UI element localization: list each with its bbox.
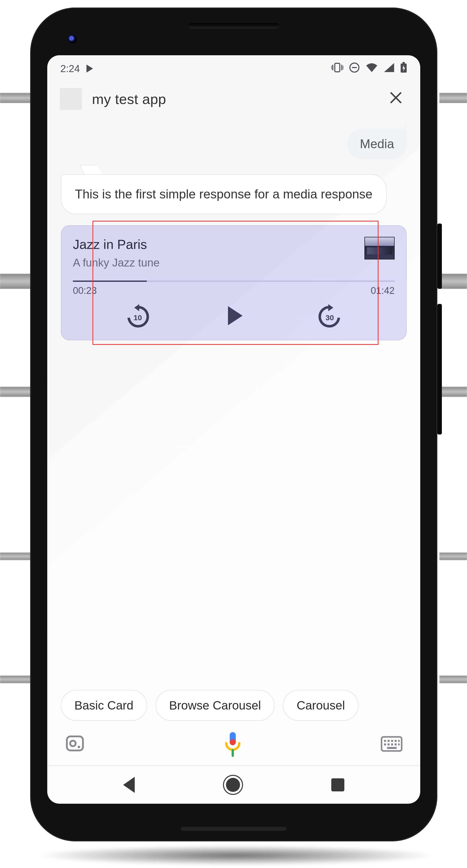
time-duration: 01:42 <box>371 285 395 296</box>
front-camera <box>68 35 77 44</box>
svg-rect-22 <box>391 740 393 742</box>
earpiece <box>188 23 279 29</box>
app-header: my test app <box>47 80 420 119</box>
user-message-row: Media <box>61 129 407 159</box>
nav-recent-button[interactable] <box>331 778 344 792</box>
rewind-button[interactable]: 10 <box>125 303 150 328</box>
nav-back-button[interactable] <box>123 777 135 793</box>
play-button[interactable] <box>225 306 242 325</box>
svg-point-15 <box>78 746 80 748</box>
svg-rect-30 <box>387 747 397 749</box>
forward-30-icon: 30 <box>317 303 342 328</box>
bottom-speaker <box>181 827 287 831</box>
svg-rect-29 <box>398 743 400 745</box>
cell-signal-icon <box>384 63 395 75</box>
do-not-disturb-icon <box>349 62 360 75</box>
media-card: Jazz in Paris A funky Jazz tune 00:23 01… <box>61 225 407 340</box>
wifi-icon <box>366 63 378 75</box>
svg-rect-0 <box>335 63 340 72</box>
svg-text:30: 30 <box>325 313 334 322</box>
close-button[interactable] <box>384 88 408 110</box>
assistant-input-bar <box>47 723 420 766</box>
user-message-bubble: Media <box>347 129 407 159</box>
svg-text:10: 10 <box>134 313 142 322</box>
media-subtitle: A funky Jazz tune <box>73 256 159 269</box>
svg-point-14 <box>70 741 76 746</box>
play-icon <box>86 65 93 72</box>
bot-message-row: This is the first simple response for a … <box>61 174 407 214</box>
chip-basic-card[interactable]: Basic Card <box>61 690 147 721</box>
chip-browse-carousel[interactable]: Browse Carousel <box>155 690 274 721</box>
vibrate-icon <box>331 62 343 75</box>
keyboard-icon <box>381 736 403 752</box>
app-icon <box>60 88 82 110</box>
svg-rect-24 <box>398 740 400 742</box>
close-icon <box>389 91 403 104</box>
suggestion-chips: Basic Card Browse Carousel Carousel <box>47 690 420 721</box>
progress-fill <box>73 281 147 282</box>
bot-message-text: This is the first simple response for a … <box>75 187 373 201</box>
svg-rect-8 <box>402 62 405 64</box>
play-icon <box>228 306 242 325</box>
svg-rect-17 <box>230 739 236 745</box>
svg-rect-20 <box>384 740 386 742</box>
navigation-bar <box>47 766 420 804</box>
svg-rect-21 <box>387 740 389 742</box>
media-title: Jazz in Paris <box>73 237 159 252</box>
power-button <box>437 223 442 289</box>
mic-button[interactable] <box>223 731 243 758</box>
svg-rect-26 <box>387 743 389 745</box>
svg-rect-25 <box>384 743 386 745</box>
progress-bar[interactable] <box>73 281 395 282</box>
app-title: my test app <box>92 91 374 107</box>
volume-rocker <box>437 304 442 434</box>
svg-rect-28 <box>395 743 397 745</box>
status-time: 2:24 <box>60 63 80 74</box>
media-thumbnail <box>364 237 395 259</box>
svg-rect-23 <box>395 740 397 742</box>
keyboard-button[interactable] <box>381 736 403 753</box>
rewind-10-icon: 10 <box>125 303 150 328</box>
forward-button[interactable]: 30 <box>317 303 342 328</box>
conversation: Media This is the first simple response … <box>47 129 420 340</box>
mic-icon <box>223 731 243 758</box>
bot-message-bubble: This is the first simple response for a … <box>61 174 386 214</box>
chip-carousel[interactable]: Carousel <box>283 690 358 721</box>
lens-icon <box>65 734 85 754</box>
screen: 2:24 <box>47 55 420 804</box>
nav-home-button[interactable] <box>226 778 240 792</box>
battery-charging-icon <box>400 62 407 75</box>
lens-button[interactable] <box>65 734 85 755</box>
user-message-text: Media <box>360 137 394 151</box>
time-elapsed: 00:23 <box>73 285 97 296</box>
status-bar: 2:24 <box>47 55 420 80</box>
svg-rect-27 <box>391 743 393 745</box>
phone-frame: 2:24 <box>30 7 437 841</box>
